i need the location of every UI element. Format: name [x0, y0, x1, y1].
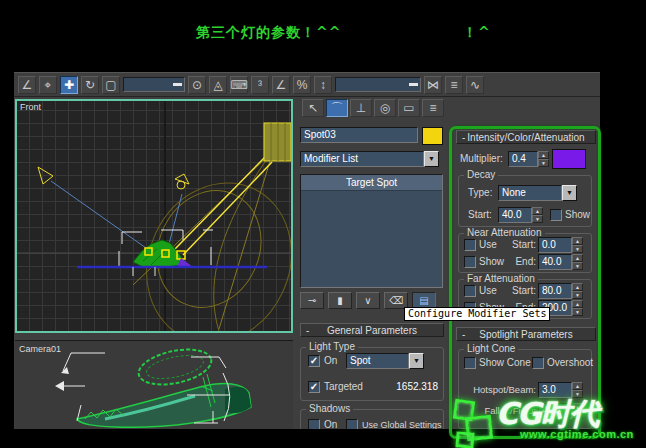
use-global-label: Use Global Settings: [362, 418, 442, 429]
tooltip: Configure Modifier Sets: [404, 307, 550, 321]
pin-stack-icon[interactable]: ⊸: [300, 292, 324, 309]
light-cone-edge: [214, 159, 267, 331]
modifier-list-dropdown[interactable]: Modifier List: [300, 151, 424, 167]
viewport-camera[interactable]: Camera01: [15, 340, 293, 429]
target-distance-value: 1652.318: [386, 380, 438, 394]
camera-viewport-scene: [15, 341, 293, 429]
tab-create[interactable]: ↖: [302, 99, 324, 117]
spinner-snap-icon[interactable]: ↕: [314, 76, 332, 94]
watermark: CG时代 www.cgtime.com.cn: [452, 394, 642, 448]
light-on-checkbox[interactable]: ✓: [308, 355, 320, 367]
chevron-down-icon[interactable]: ▼: [424, 151, 439, 167]
light-on-label: On: [324, 354, 337, 368]
named-selection-field[interactable]: [335, 77, 421, 92]
tab-modify[interactable]: ⌒: [326, 99, 348, 117]
tab-utilities[interactable]: ≡: [422, 99, 444, 117]
command-panel: ↖⌒⊥◎▭≡ Spot03 Modifier List ▼ Target Spo…: [298, 97, 454, 429]
viewport-camera-label: Camera01: [19, 344, 61, 354]
viewport-front[interactable]: Front: [15, 99, 293, 333]
curve-editor-icon[interactable]: ∿: [466, 76, 484, 94]
safe-frame-marks: [63, 353, 105, 371]
general-parameters-rollout[interactable]: - General Parameters: [300, 323, 444, 337]
object-color-swatch[interactable]: [422, 127, 443, 145]
spotlight-middle: [175, 174, 189, 184]
light-target-line: [51, 181, 146, 248]
tab-motion[interactable]: ◎: [374, 99, 396, 117]
select-manipulate-icon[interactable]: ◬: [209, 76, 227, 94]
select-rotate-icon[interactable]: ↻: [81, 76, 99, 94]
object-name-field[interactable]: Spot03: [300, 127, 418, 143]
annotation-frame: [449, 126, 601, 439]
make-unique-icon[interactable]: ∨: [356, 292, 380, 309]
light-type-dropdown[interactable]: Spot: [346, 353, 409, 369]
collapse-icon[interactable]: -: [306, 324, 309, 337]
shadows-on-label: On: [324, 418, 337, 429]
watermark-block: [455, 431, 474, 448]
light-cone-edge: [219, 161, 270, 329]
use-pivot-center-icon[interactable]: ⊙: [188, 76, 206, 94]
front-viewport-scene: [17, 101, 291, 331]
align-icon[interactable]: ≡: [445, 76, 463, 94]
show-end-result-icon[interactable]: ▮: [328, 292, 352, 309]
light-beam: [183, 162, 272, 255]
angle-snap-icon[interactable]: ∠: [272, 76, 290, 94]
use-global-checkbox[interactable]: [346, 419, 358, 429]
ankle-strap: [135, 344, 214, 391]
viewport-front-label: Front: [20, 102, 41, 112]
spotlight-left: [38, 167, 53, 184]
reference-coordinate-dropdown[interactable]: [123, 77, 185, 92]
screen: 第三个灯的参数！^^ ！^ ∠⌖✚↻▢⊙◬⌨³∠%↕⋈≡∿ Front: [0, 0, 646, 448]
select-scale-icon[interactable]: ▢: [102, 76, 120, 94]
light-beam: [175, 156, 266, 249]
snaps-toggle-icon[interactable]: ⌖: [39, 76, 57, 94]
light-falloff-arc: [121, 159, 291, 331]
tab-hierarchy[interactable]: ⊥: [350, 99, 372, 117]
targeted-checkbox[interactable]: ✓: [308, 381, 320, 393]
stack-item-target-spot[interactable]: Target Spot: [301, 175, 442, 191]
shadows-on-checkbox[interactable]: [308, 419, 320, 429]
keyboard-override-icon[interactable]: ⌨: [230, 76, 248, 94]
percent-snap-icon[interactable]: %: [293, 76, 311, 94]
main-toolbar: ∠⌖✚↻▢⊙◬⌨³∠%↕⋈≡∿: [14, 73, 600, 97]
chevron-down-icon[interactable]: ▼: [409, 353, 424, 369]
targeted-label: Targeted: [324, 380, 363, 394]
caption-text-secondary: ！^: [463, 24, 491, 42]
snap-toggle-icon[interactable]: ³: [251, 76, 269, 94]
mirror-icon[interactable]: ⋈: [424, 76, 442, 94]
tab-display[interactable]: ▭: [398, 99, 420, 117]
snap-angle-icon[interactable]: ∠: [18, 76, 36, 94]
watermark-url: www.cgtime.com.cn: [520, 428, 634, 440]
command-panel-tabs: ↖⌒⊥◎▭≡: [302, 99, 444, 117]
select-move-icon[interactable]: ✚: [60, 76, 78, 94]
caption-text: 第三个灯的参数！^^: [196, 24, 341, 42]
modifier-stack[interactable]: Target Spot: [300, 174, 443, 288]
